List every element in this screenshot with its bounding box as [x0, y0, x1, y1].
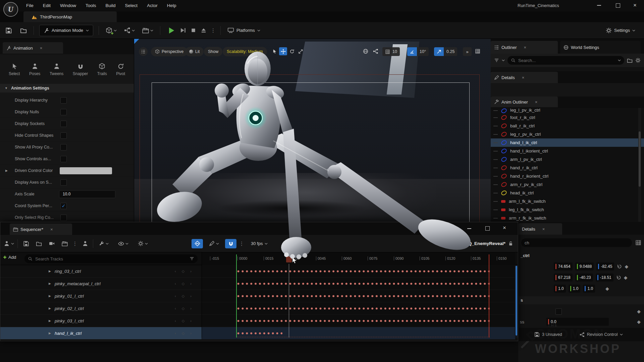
tool-snapper[interactable]: Snapper: [73, 63, 88, 76]
create-camera-button[interactable]: [49, 241, 55, 246]
control-row[interactable]: arm_l_pv_ik_ctrl: [491, 155, 644, 164]
control-row[interactable]: arm_r_pv_ik_ctrl: [491, 180, 644, 189]
auto-key-button[interactable]: [192, 239, 203, 248]
menu-file[interactable]: File: [21, 0, 38, 11]
scalability-dropdown[interactable]: Scalability: Medium: [223, 47, 267, 56]
menu-actor[interactable]: Actor: [142, 0, 162, 11]
checkbox[interactable]: ✓: [60, 215, 67, 221]
animation-settings-header[interactable]: ▼ Animation Settings: [0, 84, 134, 93]
control-row[interactable]: hand_r_ikorient_ctrl: [491, 172, 644, 180]
keyframe-nav-icons[interactable]: ‹ ◇ ›: [175, 331, 194, 336]
control-row[interactable]: foot_r_ik_ctrl: [491, 113, 644, 122]
keyframe-dots[interactable]: [237, 270, 490, 273]
checkbox[interactable]: ✓: [60, 109, 67, 115]
menu-tools[interactable]: Tools: [81, 0, 101, 11]
value-y-field[interactable]: 1.0: [569, 285, 581, 293]
keyframe-lane[interactable]: [202, 265, 515, 278]
menu-build[interactable]: Build: [101, 0, 120, 11]
checkbox[interactable]: ✓: [60, 97, 67, 104]
view-options-dropdown[interactable]: [118, 241, 128, 247]
curve-editor-dropdown[interactable]: [209, 241, 219, 246]
viewport[interactable]: Perspective Lit Show Scalability: Medium…: [134, 39, 491, 222]
reset-icon[interactable]: [616, 275, 621, 280]
revision-control-dropdown[interactable]: Revision Control: [580, 332, 623, 337]
keyframe-nav-icons[interactable]: ‹ ◇ ›: [175, 282, 194, 286]
add-track-button[interactable]: Add: [3, 255, 16, 260]
value-y-field[interactable]: 9.0488: [575, 262, 594, 270]
expand-arrow-icon[interactable]: ▶: [49, 331, 51, 335]
close-icon[interactable]: ×: [535, 100, 538, 105]
sequencer-close-button[interactable]: ×: [503, 225, 506, 231]
control-row[interactable]: head_ik_ctrl: [491, 189, 644, 197]
close-icon[interactable]: ×: [522, 75, 525, 80]
expand-arrow-icon[interactable]: ▶: [5, 169, 8, 172]
control-row[interactable]: leg_r_pv_ik_ctrl: [491, 130, 644, 138]
sequencer-avatar-dropdown[interactable]: [4, 241, 14, 247]
frame-skip-button[interactable]: [180, 27, 186, 34]
value-x-field[interactable]: 74.654: [554, 262, 573, 270]
control-row[interactable]: hand_r_ik_ctrl: [491, 164, 644, 172]
move-tool-button[interactable]: [279, 47, 287, 55]
playback-range-start[interactable]: [236, 254, 237, 338]
scrollbar-thumb[interactable]: [639, 131, 641, 187]
add-actor-dropdown[interactable]: [106, 27, 117, 34]
outliner-settings-gear-icon[interactable]: [635, 58, 641, 63]
control-row[interactable]: leg_l_fk_ik_switch: [491, 205, 644, 214]
checkbox[interactable]: ✓: [60, 179, 67, 186]
keyframe-lane[interactable]: [202, 290, 515, 302]
perspective-dropdown[interactable]: Perspective: [151, 47, 187, 56]
keyframe-lane[interactable]: [202, 315, 515, 327]
sequencer-maximize-button[interactable]: [485, 226, 490, 231]
expand-arrow-icon[interactable]: ▶: [49, 269, 51, 273]
keyframe-diamond-icon[interactable]: ◆: [625, 264, 628, 269]
editor-mode-dropdown[interactable]: Animation Mode: [39, 25, 93, 36]
value-z-field[interactable]: 1.0: [583, 285, 595, 293]
snap-options-dots[interactable]: ⋮: [239, 241, 244, 247]
keyframe-lane-selected[interactable]: [202, 327, 515, 340]
track-row[interactable]: ▶pinky_02_l_ctrl‹ ◇ ›: [0, 302, 202, 315]
add-actor-to-sequencer-button[interactable]: [82, 241, 88, 247]
eject-button[interactable]: [201, 27, 207, 34]
save-sequence-button[interactable]: [23, 241, 29, 247]
control-row[interactable]: hand_l_ikorient_ctrl: [491, 147, 644, 155]
keyframe-dots[interactable]: [237, 332, 282, 335]
checkbox[interactable]: ✓: [60, 156, 67, 162]
find-in-content-button[interactable]: [36, 241, 42, 247]
new-folder-icon[interactable]: [627, 58, 633, 63]
tool-trails[interactable]: Trails: [97, 63, 107, 76]
scale-tool-button[interactable]: [297, 47, 305, 55]
track-row[interactable]: ▶ring_03_l_ctrl‹ ◇ ›: [0, 265, 202, 278]
value-z-field[interactable]: -82.45: [596, 262, 614, 270]
color-swatch[interactable]: [60, 167, 112, 174]
chevron-down-icon[interactable]: [502, 59, 505, 61]
details-section-header[interactable]: s: [519, 296, 644, 304]
control-row-selected[interactable]: hand_l_ik_ctrl: [491, 138, 644, 147]
keyframe-lane[interactable]: [202, 302, 515, 315]
sequencer-minimize-button[interactable]: [467, 228, 471, 229]
control-row[interactable]: leg_l_pv_ik_ctrl: [491, 108, 644, 113]
menu-select[interactable]: Select: [120, 0, 143, 11]
close-icon[interactable]: ×: [50, 227, 53, 232]
details-search-input[interactable]: ch: [521, 238, 632, 247]
keyframe-dots[interactable]: [237, 307, 490, 310]
browse-content-button[interactable]: [20, 27, 27, 34]
viewport-layout-button[interactable]: [474, 47, 482, 55]
menu-help[interactable]: Help: [162, 0, 181, 11]
keyframe-diamond-icon[interactable]: ◆: [624, 275, 628, 280]
track-row[interactable]: ▶pinky_03_l_ctrl‹ ◇ ›: [0, 315, 202, 327]
axis-scale-input[interactable]: 10.0: [59, 190, 115, 198]
render-movie-button[interactable]: [62, 241, 68, 247]
expand-arrow-icon[interactable]: ▶: [49, 307, 51, 310]
tab-outliner[interactable]: Outliner ×: [491, 41, 558, 54]
save-button[interactable]: [5, 27, 12, 34]
close-button[interactable]: ×: [633, 2, 637, 9]
rotate-tool-button[interactable]: [288, 47, 296, 55]
play-button[interactable]: [168, 27, 175, 34]
timeline-ruler[interactable]: -015 0000 0015 0030 0045 0060 0075 0090 …: [202, 252, 515, 265]
unsaved-indicator[interactable]: 3 Unsaved: [534, 332, 562, 337]
expand-arrow-icon[interactable]: ▶: [49, 319, 51, 322]
unreal-logo[interactable]: U: [3, 2, 18, 17]
sequence-breadcrumb[interactable]: Q_EnemyReveal*: [468, 241, 513, 246]
tool-select[interactable]: Select: [9, 63, 20, 76]
keyframe-nav-icons[interactable]: ‹ ◇ ›: [175, 269, 194, 274]
